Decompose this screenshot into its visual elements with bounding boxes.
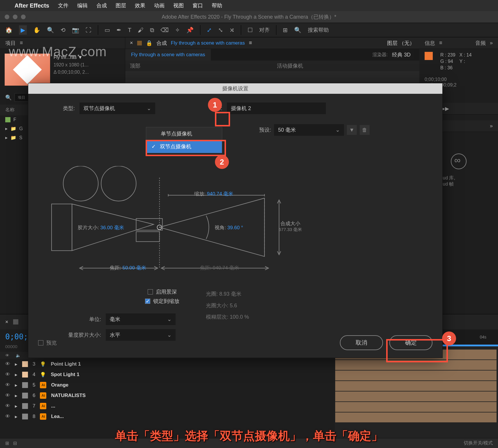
layer-track[interactable] <box>335 391 497 402</box>
save-preset-icon[interactable]: ▼ <box>347 125 357 135</box>
clone-tool-icon[interactable]: ⧉ <box>150 27 154 33</box>
pen-tool-icon[interactable]: ✒ <box>116 27 121 33</box>
menu-layer[interactable]: 图层 <box>116 2 126 9</box>
lock-zoom-checkbox[interactable]: ✓ <box>145 299 150 304</box>
project-item-name[interactable]: Fly thr...ras ▼ <box>54 54 89 61</box>
toggle-switches-label[interactable]: 切换开关/模式 <box>464 440 493 446</box>
layer-color-icon[interactable] <box>22 414 28 419</box>
camera-name-input[interactable]: 摄像机 2 <box>227 103 326 114</box>
menu-animation[interactable]: 动画 <box>154 2 165 9</box>
layer-track[interactable] <box>335 370 497 381</box>
workspace-icon[interactable]: ⊞ <box>283 27 288 33</box>
layer-panel-label[interactable]: 图层 （无） <box>387 40 415 47</box>
visibility-toggle-icon[interactable]: 👁 <box>5 403 10 409</box>
dof-checkbox[interactable] <box>148 289 153 294</box>
app-name[interactable]: After Effects <box>15 2 49 9</box>
panel-menu-icon[interactable]: ≡ <box>20 40 23 46</box>
hand-tool-icon[interactable]: ✋ <box>33 27 40 33</box>
ok-button[interactable]: 确定 <box>389 335 432 350</box>
layer-track[interactable] <box>335 402 497 412</box>
dropdown-option-one-node[interactable]: 单节点摄像机 <box>146 127 222 140</box>
film-size-value[interactable]: 36.00 毫米 <box>100 225 124 230</box>
visibility-toggle-icon[interactable]: 👁 <box>5 361 10 367</box>
snap-checkbox-icon[interactable]: ☐ <box>248 27 253 33</box>
visibility-toggle-icon[interactable]: 👁 <box>5 414 10 419</box>
camera-type-select[interactable]: 双节点摄像机⌄ <box>80 103 155 114</box>
pan-behind-tool-icon[interactable]: ⛶ <box>86 27 91 33</box>
renderer-selector[interactable]: 渲染器: 经典 3D <box>367 49 419 61</box>
layer-track[interactable] <box>335 412 497 423</box>
layer-color-icon[interactable] <box>22 393 28 398</box>
project-panel-title[interactable]: 项目 <box>5 40 16 47</box>
rectangle-tool-icon[interactable]: ▭ <box>105 27 110 33</box>
eraser-tool-icon[interactable]: ⌫ <box>160 27 169 33</box>
close-tab-icon[interactable]: × <box>5 319 8 325</box>
menu-file[interactable]: 文件 <box>58 2 68 9</box>
lock-icon[interactable]: 🔒 <box>146 40 152 46</box>
visibility-toggle-icon[interactable]: 👁 <box>5 382 10 388</box>
layer-color-icon[interactable] <box>22 403 28 409</box>
visibility-toggle-icon[interactable]: 👁 <box>5 393 10 398</box>
selection-tool-icon[interactable]: ▶ <box>19 25 27 35</box>
close-window-icon[interactable] <box>5 15 9 19</box>
annotation-number-1: 1 <box>208 98 222 112</box>
view-active-camera-label[interactable]: 活动摄像机 <box>272 61 419 71</box>
eye-column-icon[interactable]: 👁 <box>5 353 9 358</box>
panel-menu-icon[interactable]: ≡ <box>249 40 252 46</box>
pin-tool-icon[interactable]: 📌 <box>186 27 194 33</box>
view-top-label[interactable]: 顶部 <box>125 61 272 71</box>
menu-help[interactable]: 帮助 <box>212 2 222 9</box>
preset-select[interactable]: 50 毫米⌄ <box>274 124 344 136</box>
angle-value[interactable]: 39.60 ° <box>227 225 243 230</box>
project-item-resolution: 1920 x 1080 (1... <box>54 61 89 69</box>
zoom-value[interactable]: 940.74 毫米 <box>207 191 233 197</box>
minimize-window-icon[interactable] <box>13 15 17 19</box>
menu-window[interactable]: 窗口 <box>193 2 203 9</box>
menu-view[interactable]: 视图 <box>173 2 184 9</box>
roto-tool-icon[interactable]: ✧ <box>175 27 180 33</box>
dropdown-option-two-node[interactable]: ✓双节点摄像机 <box>146 140 222 153</box>
timeline-footer-icon[interactable]: ⊟ <box>13 440 17 446</box>
units-select[interactable]: 毫米⌄ <box>106 313 176 325</box>
traffic-lights[interactable] <box>5 15 26 19</box>
layer-color-icon[interactable] <box>22 382 28 388</box>
camera-tool-icon[interactable]: 📷 <box>72 27 79 33</box>
info-panel-title[interactable]: 信息 <box>425 40 435 47</box>
visibility-toggle-icon[interactable]: 👁 <box>5 372 10 378</box>
cancel-button[interactable]: 取消 <box>340 335 383 350</box>
search-help-label[interactable]: 搜索帮助 <box>308 27 329 33</box>
search-icon[interactable]: 🔍 <box>294 27 301 33</box>
orbit-tool-icon[interactable]: ⟲ <box>61 27 66 33</box>
menu-effect[interactable]: 效果 <box>135 2 145 9</box>
delete-preset-icon[interactable]: 🗑 <box>360 125 370 135</box>
layer-color-icon[interactable] <box>22 361 28 367</box>
expand-icon[interactable]: » <box>490 40 493 46</box>
timeline-footer-icon[interactable]: ⊞ <box>5 440 9 446</box>
brush-tool-icon[interactable]: 🖌 <box>138 27 144 33</box>
preview-checkbox[interactable] <box>38 340 43 345</box>
audio-column-icon[interactable]: 🔈 <box>16 353 21 358</box>
panel-menu-icon[interactable]: ≡ <box>439 40 442 46</box>
zoom-window-icon[interactable] <box>21 15 26 19</box>
axis-world-icon[interactable]: ⤡ <box>218 27 223 33</box>
zoom-tool-icon[interactable]: 🔍 <box>47 27 54 33</box>
focal-length-value[interactable]: 50.00 毫米 <box>122 265 146 271</box>
comp-tab[interactable]: Fly through a scene with cameras <box>125 49 211 61</box>
axis-local-icon[interactable]: ⤢ <box>207 27 212 33</box>
timeline-tab-icon[interactable] <box>13 319 18 324</box>
audio-panel-tab[interactable]: 音频 <box>475 40 486 47</box>
close-tab-icon[interactable]: × <box>130 40 133 46</box>
menu-edit[interactable]: 编辑 <box>77 2 88 9</box>
layer-track[interactable] <box>335 360 497 370</box>
layer-color-icon[interactable] <box>22 372 28 378</box>
search-icon[interactable]: 🔍 <box>5 94 12 101</box>
menu-composition[interactable]: 合成 <box>96 2 107 9</box>
home-icon[interactable]: 🏠 <box>5 27 13 33</box>
info-g: G : 94 <box>440 58 455 65</box>
project-thumbnail[interactable] <box>5 54 50 86</box>
axis-view-icon[interactable]: ⤨ <box>229 27 234 33</box>
type-tool-icon[interactable]: T <box>128 27 131 33</box>
layer-track[interactable] <box>335 381 497 391</box>
expand-icon[interactable]: » <box>490 123 493 129</box>
comp-name-link[interactable]: Fly through a scene with cameras <box>171 40 245 46</box>
